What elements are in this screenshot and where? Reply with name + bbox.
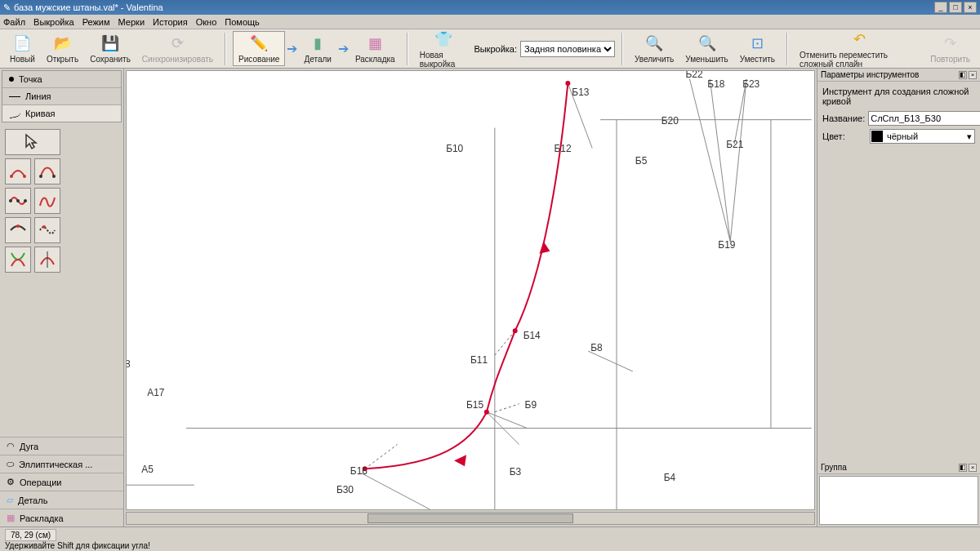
new-icon: 📄 — [12, 33, 32, 53]
drafting-canvas[interactable]: А2 А18 А17 А5 Б10 Б12 Б13 Б5 Б20 Б22 Б18… — [126, 70, 815, 510]
group-panel-header: Группа ◧× — [817, 461, 980, 474]
minimize-button[interactable]: _ — [934, 2, 947, 13]
sync-button[interactable]: ⟳Синхронизировать — [137, 32, 218, 65]
arc-icon: ◠ — [7, 441, 15, 451]
menu-measurements[interactable]: Мерки — [118, 17, 145, 27]
svg-text:А5: А5 — [141, 464, 154, 475]
float-icon[interactable]: ◧ — [959, 71, 967, 79]
tool-description: Инструмент для создания сложной кривой — [822, 87, 975, 106]
separator — [407, 33, 408, 65]
compound-bezier-tool[interactable] — [34, 188, 60, 214]
cut-compound-tool[interactable] — [34, 217, 60, 243]
layout-icon: ▦ — [7, 513, 15, 523]
zoom-fit-button[interactable]: ⊡Уместить — [735, 32, 780, 65]
draw-mode-button[interactable]: ✏️Рисование — [233, 31, 285, 66]
svg-line-26 — [495, 331, 515, 355]
tab-ellipse[interactable]: ⬭Эллиптическая ... — [0, 455, 123, 473]
save-button[interactable]: 💾Сохранить — [85, 32, 136, 65]
pointer-tool[interactable] — [5, 129, 60, 155]
simple-curve-tool[interactable] — [5, 158, 31, 184]
svg-text:Б5: Б5 — [635, 155, 648, 167]
close-panel-icon[interactable]: × — [969, 464, 977, 472]
arrow-icon: ➔ — [338, 41, 349, 56]
menu-help[interactable]: Помощь — [225, 17, 260, 27]
svg-point-4 — [9, 199, 12, 202]
svg-line-25 — [588, 351, 633, 371]
svg-point-32 — [513, 328, 518, 333]
svg-text:А17: А17 — [147, 387, 165, 398]
float-icon[interactable]: ◧ — [959, 464, 967, 472]
zoom-out-button[interactable]: 🔍Уменьшить — [680, 32, 733, 65]
tab-line[interactable]: Линия — [2, 88, 121, 105]
tab-detail[interactable]: ▱Деталь — [0, 491, 123, 509]
pattern-label: Выкройка: — [474, 44, 517, 54]
tab-layout[interactable]: ▦Раскладка — [0, 509, 123, 527]
svg-line-18 — [710, 79, 730, 242]
tab-operations[interactable]: ⚙Операции — [0, 473, 123, 491]
svg-point-7 — [16, 224, 20, 228]
compound-curve-tool[interactable] — [5, 188, 31, 214]
svg-text:Б3: Б3 — [510, 466, 522, 478]
arrow-icon: ➔ — [287, 41, 297, 56]
zoom-in-button[interactable]: 🔍Увеличить — [630, 32, 679, 65]
layout-mode-button[interactable]: ▦Раскладка — [350, 32, 400, 65]
svg-point-8 — [42, 225, 46, 229]
menu-file[interactable]: Файл — [3, 17, 25, 27]
gear-icon: ⚙ — [7, 477, 15, 487]
app-icon: ✎ — [3, 2, 11, 13]
tab-arc[interactable]: ◠Дуга — [0, 437, 123, 455]
svg-point-31 — [565, 81, 570, 86]
group-list[interactable] — [819, 476, 978, 525]
svg-text:Б23: Б23 — [742, 78, 760, 90]
curve-tools — [5, 129, 118, 273]
curve-intersect-tool[interactable] — [5, 247, 31, 273]
redo-button[interactable]: ↷Повторить — [925, 32, 975, 65]
svg-text:Б4: Б4 — [664, 472, 676, 483]
tab-point[interactable]: Точка — [2, 71, 121, 88]
svg-line-19 — [730, 79, 746, 242]
chevron-down-icon: ▾ — [964, 131, 974, 142]
curve-intersect-axis-tool[interactable] — [34, 247, 60, 273]
pattern-select[interactable]: Задняя половинка — [520, 41, 615, 57]
menu-mode[interactable]: Режим — [82, 17, 110, 27]
primitive-tabs: Точка Линия Кривая — [2, 70, 122, 122]
new-pattern-button[interactable]: 👕Новая выкройка — [415, 28, 473, 70]
open-button[interactable]: 📂Открыть — [42, 32, 83, 65]
svg-marker-29 — [540, 242, 550, 254]
maximize-button[interactable]: □ — [949, 2, 962, 13]
svg-line-27 — [495, 404, 519, 412]
scroll-thumb[interactable] — [368, 513, 574, 523]
undo-button[interactable]: ↶Отменить переместить сложный сплайн — [795, 28, 924, 70]
svg-text:Б14: Б14 — [523, 330, 541, 341]
zoom-in-icon: 🔍 — [644, 33, 664, 53]
horizontal-scrollbar[interactable] — [126, 512, 815, 525]
svg-text:Б30: Б30 — [336, 484, 354, 495]
name-input[interactable] — [868, 111, 980, 126]
close-button[interactable]: × — [964, 2, 977, 13]
menu-pattern[interactable]: Выкройка — [33, 17, 74, 27]
name-label: Название: — [822, 113, 865, 123]
main-toolbar: 📄Новый 📂Открыть 💾Сохранить ⟳Синхронизиро… — [0, 29, 980, 69]
svg-point-5 — [16, 199, 20, 202]
ellipse-icon: ⬭ — [7, 459, 14, 469]
cut-curve-tool[interactable] — [5, 217, 31, 243]
svg-text:Б15: Б15 — [466, 399, 483, 411]
separator — [225, 33, 226, 65]
svg-text:Б19: Б19 — [718, 239, 735, 251]
undo-icon: ↶ — [849, 29, 869, 49]
svg-text:Б22: Б22 — [686, 71, 703, 80]
color-select[interactable]: чёрный ▾ — [870, 129, 975, 144]
curve-icon — [8, 109, 21, 118]
svg-point-3 — [52, 175, 56, 178]
svg-text:Б8: Б8 — [590, 342, 603, 353]
detail-icon: ▮ — [308, 33, 327, 53]
tab-curve[interactable]: Кривая — [2, 105, 121, 122]
close-panel-icon[interactable]: × — [969, 71, 977, 79]
bezier-curve-tool[interactable] — [34, 158, 60, 184]
menu-history[interactable]: История — [153, 17, 188, 27]
details-mode-button[interactable]: ▮Детали — [299, 32, 336, 65]
menu-window[interactable]: Окно — [196, 17, 217, 27]
svg-line-24 — [487, 412, 528, 429]
svg-point-1 — [23, 175, 26, 178]
new-button[interactable]: 📄Новый — [5, 32, 40, 65]
